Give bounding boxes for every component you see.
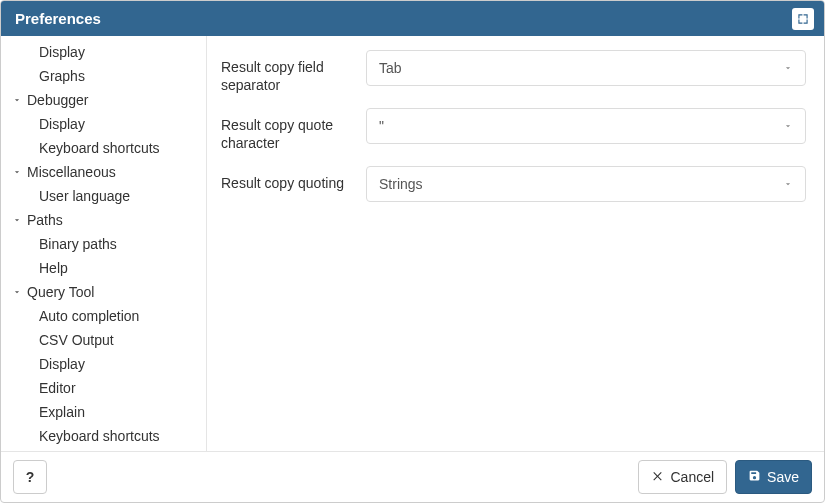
- sidebar-item[interactable]: Keyboard shortcuts: [1, 424, 206, 448]
- dialog-title: Preferences: [15, 10, 101, 27]
- titlebar: Preferences: [1, 1, 824, 36]
- sidebar: DisplayGraphsDebuggerDisplayKeyboard sho…: [1, 36, 207, 451]
- sidebar-group: DebuggerDisplayKeyboard shortcuts: [1, 88, 206, 160]
- sidebar-group: MiscellaneousUser language: [1, 160, 206, 208]
- sidebar-item[interactable]: Keyboard shortcuts: [1, 136, 206, 160]
- form-control: ": [366, 108, 806, 144]
- sidebar-item[interactable]: Display: [1, 112, 206, 136]
- sidebar-item[interactable]: Explain: [1, 400, 206, 424]
- sidebar-item[interactable]: Display: [1, 40, 206, 64]
- form-control: Tab: [366, 50, 806, 86]
- form-label: Result copy quote character: [221, 108, 366, 152]
- sidebar-group: Query ToolAuto completionCSV OutputDispl…: [1, 280, 206, 451]
- sidebar-group: DisplayGraphs: [1, 40, 206, 88]
- sidebar-group-label: Debugger: [27, 90, 89, 110]
- help-button[interactable]: ?: [13, 460, 47, 494]
- sidebar-item[interactable]: Help: [1, 256, 206, 280]
- sidebar-item[interactable]: Editor: [1, 376, 206, 400]
- save-button[interactable]: Save: [735, 460, 812, 494]
- select-input[interactable]: Strings: [366, 166, 806, 202]
- sidebar-item[interactable]: User language: [1, 184, 206, 208]
- sidebar-group-label: Miscellaneous: [27, 162, 116, 182]
- sidebar-group-header[interactable]: Debugger: [1, 88, 206, 112]
- caret-down-icon: [783, 176, 793, 192]
- form-row: Result copy quotingStrings: [221, 166, 806, 202]
- sidebar-item[interactable]: Binary paths: [1, 232, 206, 256]
- form-label: Result copy quoting: [221, 166, 366, 192]
- sidebar-group-header[interactable]: Miscellaneous: [1, 160, 206, 184]
- select-value: Strings: [379, 176, 423, 192]
- cancel-label: Cancel: [670, 469, 714, 485]
- sidebar-item[interactable]: Graphs: [1, 64, 206, 88]
- dialog-body: DisplayGraphsDebuggerDisplayKeyboard sho…: [1, 36, 824, 451]
- save-icon: [748, 469, 761, 485]
- sidebar-group-label: Paths: [27, 210, 63, 230]
- form-control: Strings: [366, 166, 806, 202]
- select-value: Tab: [379, 60, 402, 76]
- sidebar-group: PathsBinary pathsHelp: [1, 208, 206, 280]
- sidebar-item[interactable]: Display: [1, 352, 206, 376]
- chevron-down-icon: [11, 286, 23, 298]
- preferences-dialog: Preferences DisplayGraphsDebuggerDisplay…: [0, 0, 825, 503]
- sidebar-group-header[interactable]: Query Tool: [1, 280, 206, 304]
- chevron-down-icon: [11, 214, 23, 226]
- sidebar-group-label: Query Tool: [27, 282, 94, 302]
- form-label: Result copy field separator: [221, 50, 366, 94]
- sidebar-item[interactable]: CSV Output: [1, 328, 206, 352]
- select-value: ": [379, 118, 384, 134]
- footer: ? Cancel Save: [1, 451, 824, 502]
- select-input[interactable]: ": [366, 108, 806, 144]
- expand-icon[interactable]: [792, 8, 814, 30]
- caret-down-icon: [783, 60, 793, 76]
- cancel-button[interactable]: Cancel: [638, 460, 727, 494]
- form-row: Result copy quote character": [221, 108, 806, 152]
- save-label: Save: [767, 469, 799, 485]
- close-icon: [651, 469, 664, 485]
- sidebar-item[interactable]: Auto completion: [1, 304, 206, 328]
- sidebar-group-header[interactable]: Paths: [1, 208, 206, 232]
- chevron-down-icon: [11, 166, 23, 178]
- select-input[interactable]: Tab: [366, 50, 806, 86]
- form-row: Result copy field separatorTab: [221, 50, 806, 94]
- help-icon: ?: [26, 469, 35, 485]
- footer-actions: Cancel Save: [638, 460, 812, 494]
- chevron-down-icon: [11, 94, 23, 106]
- content-pane: Result copy field separatorTabResult cop…: [207, 36, 824, 451]
- caret-down-icon: [783, 118, 793, 134]
